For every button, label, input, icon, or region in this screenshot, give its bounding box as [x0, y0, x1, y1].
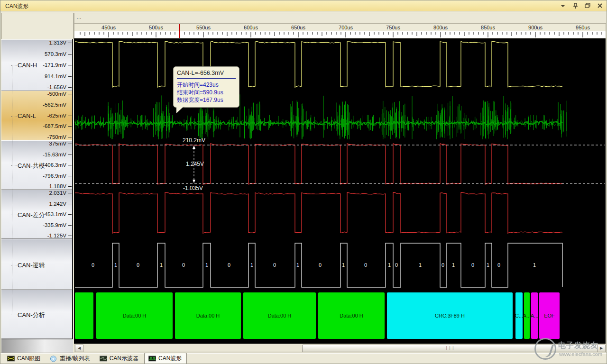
ruler-time-label: 850us [481, 25, 495, 30]
logic-bit-label: 0 [441, 262, 444, 268]
scale-value: -750mV [47, 134, 66, 140]
protocol-field-block[interactable]: Data:00 H [318, 292, 385, 339]
tab-label: CAN波形 [158, 355, 182, 363]
scale-value: 2.031V [49, 190, 66, 196]
toolbar-overflow[interactable]: … [76, 14, 82, 20]
protocol-field-block[interactable]: Data:00 H [243, 292, 316, 339]
tab-2[interactable]: 重播/帧列表 [46, 353, 94, 364]
scale-value: 453.1mV [45, 211, 66, 217]
logic-bit-label: 0 [273, 262, 276, 268]
float-window-icon[interactable] [584, 2, 591, 9]
scale-value: -406.3mV [43, 162, 66, 168]
protocol-field-block[interactable]: C... [515, 292, 523, 339]
logic-bit-label: 1 [342, 262, 345, 268]
channel-name[interactable]: CAN-差分 [18, 211, 45, 219]
tooltip-width: 数据宽度=167.9us [177, 96, 236, 104]
scrollbar-thumb[interactable]: | | | [302, 345, 598, 352]
pin-icon[interactable] [571, 2, 579, 9]
scale-tick [68, 176, 72, 176]
measure-top-label: 210.2mV [177, 137, 211, 144]
logic-bit-label: 1 [452, 262, 455, 268]
protocol-field-block[interactable]: CRC:3F89 H [387, 292, 513, 339]
close-icon[interactable] [596, 2, 604, 9]
logic-bit-label: 1 [250, 262, 253, 268]
logic-bit-label: 1 [388, 262, 391, 268]
measure-bottom-label: -1.035V [176, 185, 210, 191]
scale-value: 375mV [49, 141, 66, 146]
scale-value: -1.188V [47, 183, 66, 189]
logic-bit-label: 0 [228, 262, 230, 268]
protocol-field-label: C... [515, 313, 523, 318]
protocol-field-label: Data:00 H [123, 313, 147, 318]
scale-value: -171.9mV [43, 62, 66, 68]
time-ruler[interactable]: 450us500us550us600us650us700us750us800us… [74, 23, 606, 38]
view-tab-bar: CAN眼图重播/帧列表CAN示波器CAN波形 [0, 353, 607, 364]
toolbar-strip[interactable]: … [74, 13, 607, 23]
tooltip-end-time: 结束时间=590.9us [177, 89, 236, 96]
scale-tick [68, 76, 72, 77]
tab-4-active[interactable]: CAN波形 [144, 353, 187, 364]
tab-label: CAN示波器 [110, 355, 138, 363]
protocol-field-block[interactable]: A... [524, 292, 530, 339]
scale-tick [68, 43, 72, 43]
protocol-field-label: Data:00 H [268, 313, 292, 318]
oscilloscope-icon [100, 355, 107, 362]
title-bar[interactable]: CAN波形 [0, 0, 607, 11]
scale-tick [68, 225, 72, 226]
logic-bit-label: 0 [364, 262, 367, 268]
scale-value: -562.5mV [43, 102, 66, 108]
protocol-field-label: Data:00 H [196, 313, 220, 318]
scale-value: -500mV [47, 91, 66, 97]
protocol-field-label: A... [523, 313, 531, 318]
logic-bit-label: 1 [533, 262, 536, 268]
protocol-field-block[interactable]: EOF [539, 292, 560, 339]
scale-value: -15.63mV [43, 152, 66, 157]
scale-tick [68, 137, 72, 137]
ruler-ticks [74, 31, 606, 38]
scale-value: 1.242V [49, 201, 66, 207]
ruler-time-label: 500us [149, 25, 163, 30]
measure-amplitude-label: 1.245V [178, 161, 212, 167]
logic-bit-label: 1 [419, 262, 422, 268]
channel-name[interactable]: CAN-L [18, 112, 36, 119]
waveform-plot[interactable]: 0101010101010101010101 Data:00 HData:00 … [74, 38, 606, 344]
tooltip-start-time: 开始时间=423us [177, 81, 236, 89]
protocol-field-label: A... [531, 313, 539, 318]
protocol-field-block[interactable]: Data:00 H [175, 292, 241, 339]
scale-value: -687.5mV [43, 123, 66, 129]
scale-tick [68, 105, 72, 105]
channel-name[interactable]: CAN-分析 [18, 311, 45, 319]
scale-tick [68, 144, 72, 144]
tab-1[interactable]: CAN眼图 [3, 353, 45, 364]
channel-name[interactable]: CAN-逻辑 [18, 261, 45, 270]
scroll-left-arrow[interactable]: ◀ [75, 345, 83, 352]
horizontal-scrollbar[interactable]: ◀ | | | ▶ [74, 344, 607, 352]
tooltip-value: CAN-L=-656.3mV [177, 70, 236, 79]
window-controls [559, 2, 604, 9]
tab-3[interactable]: CAN示波器 [96, 353, 143, 364]
channel-name[interactable]: CAN-H [18, 62, 37, 69]
protocol-field-block[interactable] [75, 292, 93, 339]
scale-tick [68, 214, 72, 215]
scale-tick [68, 165, 72, 165]
logic-bit-label: 1 [160, 262, 163, 268]
scroll-right-arrow[interactable]: ▶ [597, 345, 606, 352]
window-title: CAN波形 [5, 2, 28, 10]
ruler-time-label: 600us [244, 25, 258, 30]
corner-panel [1, 13, 74, 39]
tooltip-tail [176, 106, 184, 113]
scrollbar-grip: | | | [446, 346, 454, 350]
tree-line [12, 65, 12, 315]
protocol-field-block[interactable]: Data:00 H [96, 292, 173, 339]
waveform-icon [148, 355, 156, 362]
ruler-time-label: 650us [291, 25, 305, 30]
logic-bit-label: 1 [205, 262, 208, 268]
protocol-field-block[interactable]: A... [531, 292, 538, 339]
scale-tick [68, 94, 72, 94]
channel-name[interactable]: CAN-共模 [18, 162, 45, 170]
ruler-time-label: 700us [339, 25, 353, 30]
scale-value: 1.313V [49, 40, 66, 46]
channel-column: CAN-H1.313V570.3mV-171.9mV-914.1mV-1.656… [1, 39, 73, 339]
dropdown-arrow-icon[interactable] [559, 2, 567, 9]
time-cursor[interactable] [179, 24, 180, 38]
